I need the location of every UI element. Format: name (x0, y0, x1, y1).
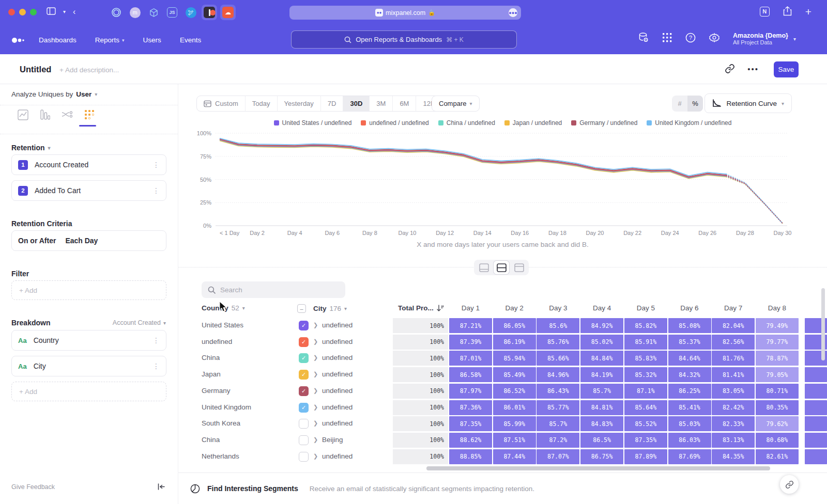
retention-cell[interactable]: 84.64% (668, 351, 711, 366)
day-column-header[interactable]: Day 7 (712, 304, 755, 312)
range-30d[interactable]: 30D (343, 96, 370, 111)
row-checkbox[interactable]: ✓ (299, 370, 309, 380)
kebab-menu-icon[interactable]: ⋮ (152, 186, 160, 195)
horizontal-scrollbar[interactable] (426, 466, 770, 470)
nav-item-reports[interactable]: Reports▾ (95, 36, 125, 44)
row-checkbox[interactable]: ✓ (299, 386, 309, 396)
expand-row-icon[interactable]: ❯ (313, 371, 318, 377)
retention-cell[interactable]: 85.52% (624, 416, 667, 431)
row-checkbox[interactable]: ✓ (299, 321, 309, 330)
retention-cell[interactable]: 85.82% (624, 318, 667, 333)
retention-step-2[interactable]: 2Added To Cart⋮ (11, 180, 166, 201)
retention-cell[interactable]: 87.1% (624, 384, 667, 399)
retention-cell[interactable]: 86.01% (493, 400, 536, 415)
retention-cell[interactable]: 84.83% (580, 416, 623, 431)
retention-cell[interactable]: 84.96% (537, 367, 579, 382)
mixpanel-logo-icon[interactable] (11, 36, 25, 45)
box-icon[interactable] (146, 5, 161, 20)
layout-table-button[interactable] (511, 261, 527, 274)
apps-grid-icon[interactable] (663, 33, 672, 44)
copy-link-icon[interactable] (725, 64, 735, 76)
retention-cell[interactable]: 86.03% (668, 433, 711, 448)
retention-cell[interactable]: 84.35% (712, 449, 755, 464)
breakdown-item-city[interactable]: AaCity⋮ (11, 356, 166, 376)
retention-cell[interactable]: 85.7% (580, 384, 623, 399)
nav-item-events[interactable]: Events (180, 36, 201, 44)
legend-item[interactable]: United States / undefined (274, 119, 352, 127)
criteria-on-or-after[interactable]: On or After (18, 237, 56, 245)
ring-icon[interactable] (109, 5, 124, 20)
retention-section-title[interactable]: Retention (11, 144, 45, 152)
vertical-scrollbar[interactable] (821, 288, 825, 360)
retention-cell[interactable]: 86.19% (493, 335, 536, 350)
legend-item[interactable]: undefined / undefined (361, 119, 428, 127)
retention-cell[interactable]: 85.49% (493, 367, 536, 382)
retention-cell[interactable]: 81.41% (712, 367, 755, 382)
retention-cell[interactable]: 87.69% (668, 449, 711, 464)
retention-criteria-card[interactable]: On or After Each Day (11, 230, 166, 251)
number-format-button[interactable]: # (672, 96, 687, 112)
retention-cell[interactable]: 87.44% (493, 449, 536, 464)
retention-cell[interactable]: 78.87% (756, 351, 799, 366)
settings-gear-icon[interactable] (709, 33, 719, 45)
open-reports-search[interactable]: Open Reports & Dashboards ⌘ + K (291, 30, 517, 49)
day-column-header[interactable]: Day 5 (624, 304, 667, 312)
tab-retention[interactable] (82, 109, 97, 120)
retention-cell[interactable]: 85.08% (668, 318, 711, 333)
select-all-checkbox[interactable]: – (297, 304, 306, 313)
retention-cell[interactable]: 79.05% (756, 367, 799, 382)
retention-cell[interactable]: 85.37% (668, 335, 711, 350)
retention-cell[interactable]: 87.21% (449, 318, 492, 333)
more-options-icon[interactable]: ••• (747, 65, 759, 73)
retention-cell[interactable]: 83.13% (712, 433, 755, 448)
legend-item[interactable]: China / undefined (438, 119, 495, 127)
retention-cell[interactable]: 85.76% (537, 335, 579, 350)
retention-cell[interactable]: 82.61% (756, 449, 799, 464)
legend-item[interactable]: United Kingdom / undefined (647, 119, 731, 127)
segments-title[interactable]: Find Interesting Segments (207, 484, 298, 493)
row-checkbox[interactable] (299, 419, 309, 429)
retention-cell[interactable]: 84.32% (668, 367, 711, 382)
add-description-field[interactable]: + Add description... (59, 66, 119, 74)
m-avatar-icon[interactable]: m (127, 5, 143, 20)
retention-cell[interactable]: 80.35% (756, 400, 799, 415)
report-title[interactable]: Untitled (20, 65, 51, 74)
kebab-menu-icon[interactable]: ⋮ (152, 336, 160, 344)
data-management-icon[interactable] (638, 32, 649, 45)
retention-cell[interactable]: 85.99% (493, 416, 536, 431)
save-button[interactable]: Save (774, 61, 799, 77)
share-icon[interactable] (783, 6, 792, 17)
retention-cell[interactable]: 85.77% (537, 400, 579, 415)
soundcloud-tab-icon[interactable]: ☁ (220, 5, 236, 20)
sidebar-toggle-icon[interactable] (47, 7, 56, 16)
retention-cell[interactable]: 84.92% (580, 318, 623, 333)
retention-cell[interactable]: 86.75% (580, 449, 623, 464)
retention-cell[interactable]: 81.76% (712, 351, 755, 366)
table-search-box[interactable] (202, 281, 345, 298)
retention-cell[interactable]: 85.64% (624, 400, 667, 415)
criteria-each-day[interactable]: Each Day (65, 237, 98, 245)
help-icon[interactable]: ? (685, 33, 696, 45)
legend-item[interactable]: Japan / undefined (504, 119, 562, 127)
expand-row-icon[interactable]: ❯ (313, 354, 318, 361)
range-6m[interactable]: 6M (393, 96, 416, 111)
retention-cell[interactable]: 79.62% (756, 416, 799, 431)
retention-cell[interactable]: 86.52% (493, 384, 536, 399)
retention-cell[interactable]: 87.07% (537, 449, 579, 464)
analyze-uniques-dropdown[interactable]: User (76, 90, 91, 98)
retention-cell[interactable]: 79.49% (756, 318, 799, 333)
layout-chart-button[interactable] (476, 261, 492, 274)
retention-cell[interactable]: 87.39% (449, 335, 492, 350)
retention-cell[interactable]: 85.7% (537, 416, 579, 431)
retention-cell[interactable]: 85.66% (537, 351, 579, 366)
retention-cell[interactable]: 84.84% (580, 351, 623, 366)
retention-cell[interactable]: 87.01% (449, 351, 492, 366)
retention-cell[interactable]: 85.32% (624, 367, 667, 382)
retention-cell[interactable]: 87.36% (449, 400, 492, 415)
expand-row-icon[interactable]: ❯ (313, 322, 318, 328)
day-column-header[interactable]: Day 8 (756, 304, 799, 312)
retention-cell[interactable]: 87.51% (493, 433, 536, 448)
bird-icon[interactable]: 🕊 (183, 5, 198, 20)
retention-cell[interactable]: 80.71% (756, 384, 799, 399)
row-checkbox[interactable]: ✓ (299, 337, 309, 347)
